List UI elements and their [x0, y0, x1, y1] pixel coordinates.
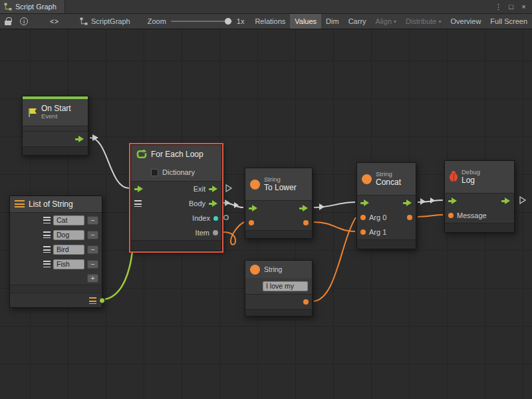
toolbar-button-relations[interactable]: Relations [250, 14, 290, 29]
collection-in-port[interactable] [134, 200, 142, 207]
node-list-of-string[interactable]: List of String − − − [9, 196, 102, 308]
port-label-message: Message [457, 211, 487, 219]
port-label-arg0: Arg 0 [369, 213, 386, 221]
toolbar-button-dim[interactable]: Dim [321, 14, 344, 29]
node-debug-log[interactable]: Debug Log Message [444, 160, 515, 233]
list-item-input[interactable] [53, 215, 84, 225]
node-title: List of String [29, 200, 73, 209]
toolbar-button-distribute[interactable]: Distribute ▾ [401, 14, 446, 29]
flow-out-port[interactable] [501, 198, 511, 205]
list-item-icon [43, 261, 51, 267]
graph-canvas[interactable]: On Start Event List of String [0, 29, 532, 399]
body-flow-out-port[interactable] [209, 200, 218, 207]
node-body-spacer [23, 126, 88, 131]
button-label: Dim [326, 17, 339, 25]
list-output-port[interactable] [99, 297, 105, 303]
string-out-port[interactable] [303, 299, 309, 305]
node-string-literal[interactable]: String [245, 260, 313, 317]
flow-out-port[interactable] [403, 200, 412, 207]
node-footer [357, 239, 416, 249]
flag-icon [27, 108, 37, 118]
zoom-slider[interactable] [171, 21, 232, 22]
flow-arrowhead [430, 198, 435, 203]
loop-icon [136, 149, 147, 160]
tab-script-graph[interactable]: Script Graph [0, 0, 65, 13]
string-value-input[interactable] [263, 281, 308, 291]
toolbar-button-carry[interactable]: Carry [344, 14, 371, 29]
wire-concat-to-message [418, 215, 443, 217]
node-title: For Each Loop [151, 150, 203, 159]
node-category: String [264, 176, 297, 184]
node-title: Log [462, 176, 480, 186]
flow-out-port[interactable] [75, 136, 84, 143]
node-category: String [264, 265, 282, 273]
index-out-port[interactable] [213, 216, 218, 221]
node-title: To Lower [264, 184, 297, 193]
remove-item-button[interactable]: − [87, 260, 98, 269]
node-on-start[interactable]: On Start Event [22, 96, 88, 156]
code-icon: <> [50, 18, 59, 25]
flow-in-port[interactable] [134, 186, 144, 193]
zoom-slider-handle[interactable] [225, 18, 231, 25]
exit-flow-out-port[interactable] [209, 186, 218, 193]
bug-icon [450, 173, 458, 182]
flow-in-port[interactable] [360, 200, 370, 207]
string-in-port[interactable] [249, 220, 254, 225]
remove-item-button[interactable]: − [87, 216, 98, 225]
toolbar-button-values[interactable]: Values [290, 14, 321, 29]
node-for-each-loop[interactable]: For Each Loop Dictionary Exit Body [130, 144, 222, 251]
list-item-input[interactable] [53, 259, 84, 269]
list-item-input[interactable] [53, 245, 84, 255]
dictionary-checkbox[interactable] [151, 169, 158, 176]
list-item-input[interactable] [53, 230, 84, 240]
unconnected-flow-triangle [226, 185, 231, 192]
arg0-in-port[interactable] [360, 215, 366, 220]
button-label: Values [295, 17, 317, 25]
arg1-in-port[interactable] [360, 229, 366, 235]
lock-button[interactable] [0, 14, 16, 29]
list-item-row: − [10, 227, 102, 242]
button-label: Relations [255, 17, 285, 25]
node-category: String [376, 171, 401, 178]
flow-arrowhead [92, 134, 98, 141]
port-label-arg1: Arg 1 [369, 228, 386, 236]
node-footer [245, 309, 312, 316]
flow-arrowhead [420, 198, 426, 205]
remove-item-button[interactable]: − [87, 245, 98, 254]
maximize-icon[interactable]: □ [505, 1, 517, 13]
info-button[interactable]: i [16, 14, 32, 29]
wire-concat-to-log [418, 200, 443, 202]
wire-item-to-tolower [223, 222, 244, 245]
string-icon [250, 265, 260, 275]
list-item-row: − [10, 213, 102, 227]
edit-code-button[interactable]: <> [47, 14, 63, 29]
list-output-icon [89, 297, 96, 304]
node-header: List of String [10, 196, 102, 212]
flow-in-port[interactable] [249, 205, 258, 212]
node-concat[interactable]: String Concat Arg 0 Arg 1 [356, 162, 416, 249]
toolbar-button-align[interactable]: Align ▾ [371, 14, 401, 29]
toolbar-button-overview[interactable]: Overview [446, 14, 486, 29]
message-in-port[interactable] [448, 213, 454, 218]
tab-title: Script Graph [15, 3, 57, 11]
port-label-exit: Exit [194, 185, 205, 193]
node-to-lower[interactable]: String To Lower [245, 168, 313, 239]
close-icon[interactable]: × [518, 1, 529, 13]
node-title: On Start [41, 104, 71, 114]
node-body-spacer [10, 285, 102, 293]
flow-out-port[interactable] [299, 205, 309, 212]
graph-breadcrumb[interactable]: ScriptGraph [80, 17, 130, 25]
flow-in-port[interactable] [448, 198, 458, 205]
list-item-row: − [10, 257, 102, 271]
node-footer [23, 146, 88, 155]
string-out-port[interactable] [303, 220, 309, 225]
result-out-port[interactable] [407, 215, 412, 220]
item-out-port[interactable] [213, 230, 218, 235]
info-icon: i [20, 17, 28, 25]
toolbar-button-fullscreen[interactable]: Full Screen [485, 14, 532, 29]
port-label-body: Body [189, 200, 205, 207]
add-item-button[interactable]: + [87, 274, 98, 283]
remove-item-button[interactable]: − [87, 231, 98, 239]
kebab-menu-icon[interactable]: ⋮ [493, 1, 504, 13]
node-footer [445, 223, 514, 232]
